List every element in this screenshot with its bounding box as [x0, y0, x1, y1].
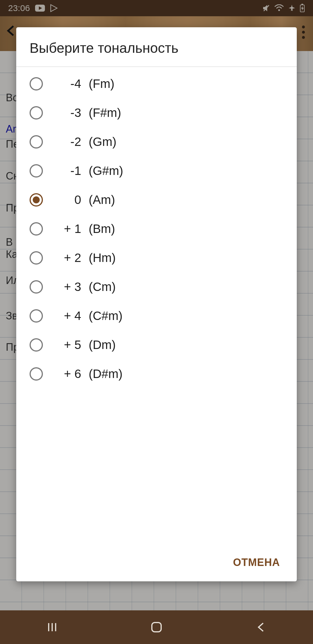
transpose-option[interactable]: -1(G#m) [16, 156, 297, 185]
radio-indicator[interactable] [30, 135, 43, 149]
transpose-option-label: + 5(Dm) [57, 338, 116, 352]
transpose-option-label: + 3(Cm) [57, 280, 116, 294]
radio-indicator[interactable] [30, 251, 43, 265]
transpose-option[interactable]: -3(F#m) [16, 98, 297, 127]
transpose-option[interactable]: + 6(D#m) [16, 359, 297, 388]
transpose-option-label: + 1(Bm) [57, 222, 115, 236]
transpose-option[interactable]: + 2(Hm) [16, 243, 297, 272]
svg-rect-12 [152, 623, 161, 632]
recents-button[interactable] [41, 616, 63, 638]
radio-indicator[interactable] [30, 164, 43, 178]
transpose-option[interactable]: + 4(C#m) [16, 301, 297, 330]
transpose-option-label: -3(F#m) [57, 106, 121, 120]
transpose-option[interactable]: 0(Am) [16, 185, 297, 214]
radio-indicator[interactable] [30, 367, 43, 381]
back-button[interactable] [250, 616, 272, 638]
transpose-option-label: + 2(Hm) [57, 251, 116, 265]
radio-indicator[interactable] [30, 193, 43, 207]
radio-indicator[interactable] [30, 280, 43, 294]
cancel-button[interactable]: ОТМЕНА [228, 552, 285, 573]
transpose-option[interactable]: -4(Fm) [16, 69, 297, 98]
radio-indicator[interactable] [30, 77, 43, 91]
transpose-options-list: -4(Fm)-3(F#m)-2(Gm)-1(G#m)0(Am)+ 1(Bm)+ … [16, 67, 297, 545]
radio-indicator[interactable] [30, 222, 43, 236]
transpose-option[interactable]: -2(Gm) [16, 127, 297, 156]
android-navbar [0, 610, 313, 644]
dialog-title: Выберите тональность [16, 27, 297, 67]
transpose-option[interactable]: + 5(Dm) [16, 330, 297, 359]
home-button[interactable] [145, 616, 168, 638]
transpose-option-label: -4(Fm) [57, 77, 114, 91]
transpose-option-label: -1(G#m) [57, 164, 123, 178]
transpose-option-label: -2(Gm) [57, 135, 117, 149]
transpose-option-label: + 4(C#m) [57, 309, 123, 323]
radio-indicator[interactable] [30, 309, 43, 323]
transpose-option[interactable]: + 1(Bm) [16, 214, 297, 243]
transpose-option-label: 0(Am) [57, 193, 115, 207]
radio-indicator[interactable] [30, 338, 43, 352]
radio-indicator[interactable] [30, 106, 43, 120]
transpose-option[interactable]: + 3(Cm) [16, 272, 297, 301]
transpose-dialog: Выберите тональность -4(Fm)-3(F#m)-2(Gm)… [16, 27, 297, 581]
transpose-option-label: + 6(D#m) [57, 367, 123, 381]
